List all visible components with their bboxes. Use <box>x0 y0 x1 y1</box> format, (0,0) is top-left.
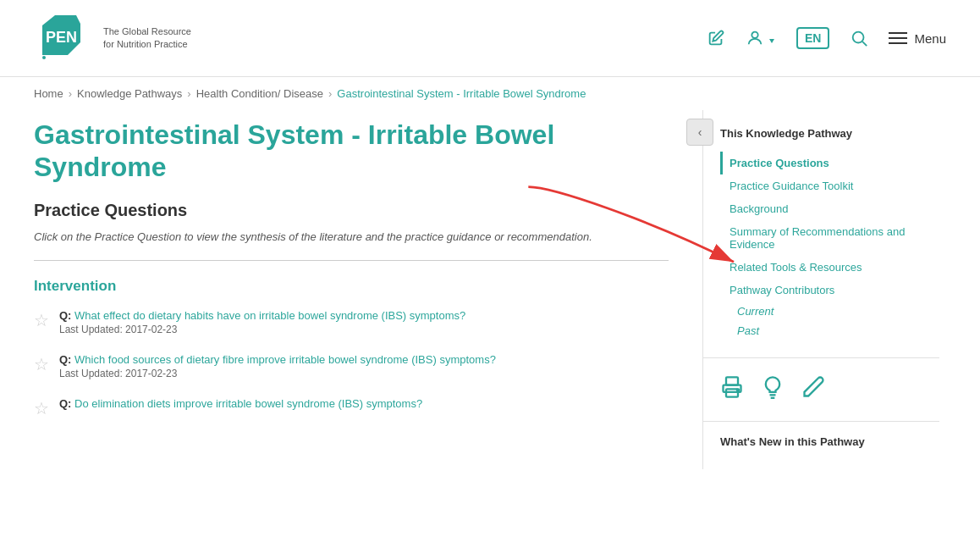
user-icon[interactable] <box>746 29 776 47</box>
nav-item-practice-guidance[interactable]: Practice Guidance Toolkit <box>720 174 939 197</box>
whats-new-label: What's New in this Pathway <box>703 422 939 462</box>
svg-marker-4 <box>769 39 774 43</box>
svg-line-6 <box>863 42 867 46</box>
edit-icon[interactable] <box>707 29 725 47</box>
question-label-3: Q: <box>59 397 74 410</box>
pen-logo[interactable]: PEN <box>34 8 93 68</box>
star-icon-3[interactable]: ☆ <box>34 398 49 418</box>
svg-text:PEN: PEN <box>46 29 77 46</box>
page-title: Gastrointestinal System - Irritable Bowe… <box>34 119 669 184</box>
question-link-1[interactable]: What effect do dietary habits have on ir… <box>74 309 465 322</box>
search-icon[interactable] <box>850 29 868 47</box>
breadcrumb-health-condition[interactable]: Health Condition/ Disease <box>196 87 323 100</box>
content-area: Gastrointestinal System - Irritable Bowe… <box>0 110 702 469</box>
menu-button[interactable]: Menu <box>889 31 946 46</box>
star-icon-1[interactable]: ☆ <box>34 310 49 330</box>
sidebar-nav: This Knowledge Pathway Practice Question… <box>703 110 939 357</box>
question-date-1: Last Updated: 2017-02-23 <box>59 324 465 335</box>
question-item: ☆ Q: What effect do dietary habits have … <box>34 308 669 335</box>
nav-item-pathway-contributors[interactable]: Pathway Contributors <box>720 279 939 302</box>
sidebar-tools <box>703 357 939 422</box>
sidebar-title: This Knowledge Pathway <box>720 127 939 140</box>
svg-point-5 <box>853 32 864 43</box>
question-link-2[interactable]: Which food sources of dietary fibre impr… <box>74 353 496 366</box>
question-item: ☆ Q: Which food sources of dietary fibre… <box>34 352 669 379</box>
language-button[interactable]: EN <box>796 27 829 49</box>
breadcrumb: Home › Knowledge Pathways › Health Condi… <box>0 77 980 110</box>
svg-point-3 <box>752 32 757 38</box>
main-layout: Gastrointestinal System - Irritable Bowe… <box>0 110 980 469</box>
question-item: ☆ Q: Do elimination diets improve irrita… <box>34 396 669 418</box>
nav-sub-item-current[interactable]: Current <box>720 302 939 321</box>
section-heading: Practice Questions <box>34 201 669 220</box>
sidebar-toggle[interactable]: ‹ <box>686 119 713 146</box>
question-date-2: Last Updated: 2017-02-23 <box>59 368 496 379</box>
breadcrumb-home[interactable]: Home <box>34 87 63 100</box>
svg-point-13 <box>737 389 739 390</box>
nav-item-practice-questions[interactable]: Practice Questions <box>720 152 939 174</box>
nav-item-background[interactable]: Background <box>720 197 939 220</box>
svg-point-2 <box>42 56 46 59</box>
lightbulb-icon[interactable] <box>761 375 785 404</box>
breadcrumb-knowledge-pathways[interactable]: Knowledge Pathways <box>77 87 182 100</box>
logo-tagline: The Global Resource for Nutrition Practi… <box>103 25 191 52</box>
header-icons: EN Menu <box>707 27 946 49</box>
nav-item-related-tools[interactable]: Related Tools & Resources <box>720 256 939 279</box>
question-label-1: Q: <box>59 309 74 322</box>
divider <box>34 260 669 261</box>
menu-label: Menu <box>914 31 946 46</box>
sidebar: ‹ This Knowledge Pathway Practice Questi… <box>702 110 939 469</box>
site-header: PEN The Global Resource for Nutrition Pr… <box>0 0 980 77</box>
breadcrumb-current: Gastrointestinal System - Irritable Bowe… <box>337 87 586 100</box>
section-intro: Click on the Practice Question to view t… <box>34 230 669 243</box>
arrow-container: Related Tools & Resources <box>720 256 939 279</box>
svg-rect-11 <box>726 377 738 385</box>
subsection-heading: Intervention <box>34 278 669 295</box>
logo-area: PEN The Global Resource for Nutrition Pr… <box>34 8 191 68</box>
question-label-2: Q: <box>59 353 74 366</box>
star-icon-2[interactable]: ☆ <box>34 354 49 374</box>
nav-sub-item-past[interactable]: Past <box>720 321 939 340</box>
nav-item-summary[interactable]: Summary of Recommendations and Evidence <box>720 220 939 256</box>
pencil-icon[interactable] <box>801 375 825 404</box>
question-link-3[interactable]: Do elimination diets improve irritable b… <box>74 397 422 410</box>
print-icon[interactable] <box>720 375 744 404</box>
